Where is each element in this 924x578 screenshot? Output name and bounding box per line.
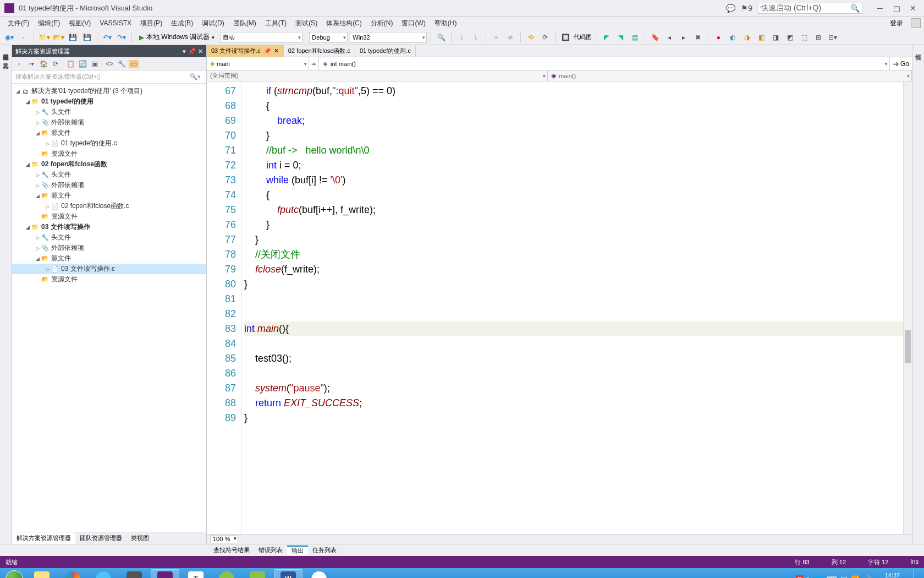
menu-item[interactable]: 项目(P) — [136, 19, 167, 27]
menu-item[interactable]: 生成(B) — [167, 19, 197, 27]
bottom-tab[interactable]: 任务列表 — [308, 546, 341, 554]
misc5-icon[interactable]: ◨ — [769, 31, 782, 43]
sln-code-icon[interactable]: <> — [105, 60, 114, 68]
vertical-scrollbar[interactable] — [903, 81, 912, 534]
misc7-icon[interactable]: ⬚ — [798, 31, 810, 43]
go-button[interactable]: ➜Go — [890, 57, 912, 70]
nav-fwd-button[interactable]: ◦ — [18, 31, 30, 43]
tree-row[interactable]: ◢📂源文件 — [12, 253, 206, 264]
bookmark-clear-icon[interactable]: ✖ — [692, 31, 704, 43]
server-explorer-tab[interactable]: 服务器资源管理器 — [0, 45, 12, 54]
sln-refresh-icon[interactable]: ⟳ — [51, 60, 61, 68]
sln-tab-team[interactable]: 团队资源管理器 — [75, 532, 127, 544]
indent-icon[interactable]: ▤ — [629, 31, 641, 43]
feedback-icon[interactable]: 💬 — [726, 4, 735, 13]
tree-row[interactable]: 📂资源文件 — [12, 274, 206, 285]
tray-clock[interactable]: 14:37 2019/12/22 — [877, 572, 908, 578]
file-tab[interactable]: 03 文件读写操作.c📌✕ — [207, 45, 284, 57]
task-app2[interactable] — [305, 569, 333, 578]
sln-collapse-icon[interactable]: ▣ — [90, 60, 100, 68]
tree-row[interactable]: ▷📄01 typedef的使用.c — [12, 138, 206, 149]
tree-row[interactable]: ▷🔧头文件 — [12, 232, 206, 243]
tree-row[interactable]: ◢📂源文件 — [12, 128, 206, 138]
tray-up-icon[interactable]: ▲ — [786, 575, 793, 579]
toolbox-tab[interactable]: 工具箱 — [0, 54, 12, 63]
user-avatar[interactable] — [911, 18, 921, 28]
tray-shield-icon[interactable]: 🛡 — [840, 575, 848, 579]
menu-item[interactable]: 窗口(W) — [397, 19, 430, 27]
tray-input-icon[interactable]: 🌐 — [815, 575, 823, 579]
minimize-button[interactable]: ─ — [873, 4, 887, 13]
bottom-tab[interactable]: 错误列表 — [254, 546, 287, 554]
menu-item[interactable]: 工具(T) — [261, 19, 291, 27]
panel-pin-icon[interactable]: 📌 — [188, 48, 196, 55]
menu-item[interactable]: 帮助(H) — [430, 19, 461, 27]
close-button[interactable]: ✕ — [906, 4, 920, 13]
menu-item[interactable]: 团队(M) — [229, 19, 261, 27]
sln-tab-class[interactable]: 类视图 — [127, 532, 153, 544]
new-project-button[interactable]: 📁▾ — [38, 31, 50, 43]
sln-fwd-icon[interactable]: ◦▾ — [26, 60, 36, 68]
sln-home-icon[interactable]: 🏠 — [38, 60, 48, 68]
sln-showall-icon[interactable]: 📋 — [65, 60, 75, 68]
code-content[interactable]: if (strncmp(buf,":quit",5) == 0) { break… — [242, 81, 903, 534]
codemap-icon[interactable]: 🔲 — [559, 31, 571, 43]
tree-row[interactable]: ▷📄03 文件读写操作.c — [12, 264, 206, 274]
panel-close-icon[interactable]: ✕ — [198, 48, 203, 55]
tree-row[interactable]: ◢📁01 typedef的使用 — [12, 96, 206, 107]
start-debug-button[interactable]: ▶ 本地 Windows 调试器 ▾ — [136, 31, 218, 43]
open-button[interactable]: 📂▾ — [52, 31, 64, 43]
maximize-button[interactable]: ▢ — [890, 4, 903, 13]
toggle-icon[interactable]: ⟲ — [525, 31, 537, 43]
misc1-icon[interactable]: ● — [712, 31, 724, 43]
config-debug-dropdown[interactable]: Debug — [309, 32, 348, 43]
solution-search-input[interactable]: 搜索解决方案资源管理器(Ctrl+;) 🔍▾ — [12, 70, 206, 84]
bottom-tab[interactable]: 查找符号结果 — [209, 546, 254, 554]
nav-back-button[interactable]: ◉▾ — [3, 31, 15, 43]
quick-launch-input[interactable]: 快速启动 (Ctrl+Q) 🔍 — [758, 3, 862, 14]
misc3-icon[interactable]: ◑ — [741, 31, 753, 43]
tree-row[interactable]: ◢📂源文件 — [12, 190, 206, 201]
tree-row[interactable]: 📂资源文件 — [12, 149, 206, 159]
step-into-icon[interactable]: ⤹ — [470, 31, 482, 43]
tree-row[interactable]: ▷📎外部依赖项 — [12, 117, 206, 128]
indent-more-icon[interactable]: ◥ — [614, 31, 626, 43]
uncomment-icon[interactable]: ≢ — [504, 31, 516, 43]
bookmark-prev-icon[interactable]: ◂ — [663, 31, 675, 43]
misc8-icon[interactable]: ⊞ — [812, 31, 824, 43]
sln-sync-icon[interactable]: 🔄 — [78, 60, 87, 68]
menu-item[interactable]: 测试(S) — [291, 19, 322, 27]
misc2-icon[interactable]: ◐ — [727, 31, 739, 43]
comment-icon[interactable]: ≡ — [490, 31, 502, 43]
task-chrome[interactable] — [58, 569, 87, 578]
task-explorer[interactable] — [28, 569, 56, 578]
config-platform-dropdown[interactable]: Win32 — [350, 32, 427, 43]
tray-net-icon[interactable]: 📶 — [851, 575, 860, 579]
menu-item[interactable]: VASSISTX — [95, 19, 136, 27]
tray-kb-icon[interactable]: ⌨ — [827, 575, 837, 579]
step-over-icon[interactable]: ⤵ — [455, 31, 468, 43]
save-button[interactable]: 💾 — [67, 31, 79, 43]
task-app1[interactable] — [89, 569, 118, 578]
config-auto-dropdown[interactable]: 自动 — [220, 32, 302, 43]
misc9-icon[interactable]: ⊟▾ — [827, 31, 839, 43]
start-button[interactable] — [2, 569, 26, 578]
menu-item[interactable]: 视图(V) — [64, 19, 95, 27]
nav-split-icon[interactable]: ◂▸ — [309, 57, 319, 70]
toggle2-icon[interactable]: ⟳ — [539, 31, 551, 43]
sln-preview-icon[interactable]: ▭ — [129, 60, 139, 68]
tree-row[interactable]: ▷🔧头文件 — [12, 170, 206, 180]
flag-icon[interactable]: ⚑9 — [741, 4, 752, 13]
scroll-thumb[interactable] — [905, 330, 911, 363]
task-word[interactable]: W — [274, 569, 302, 578]
indent-less-icon[interactable]: ◤ — [600, 31, 612, 43]
misc4-icon[interactable]: ◧ — [755, 31, 767, 43]
show-desktop-button[interactable] — [913, 569, 917, 578]
tree-row[interactable]: ◢📁02 fopen和fclose函数 — [12, 159, 206, 170]
login-link[interactable]: 登录 — [890, 19, 908, 28]
menu-item[interactable]: 调试(D) — [197, 19, 229, 27]
nav-scope-dropdown[interactable]: ◈main — [207, 57, 309, 70]
redo-button[interactable]: ↷▾ — [116, 31, 128, 43]
bookmark-next-icon[interactable]: ▸ — [678, 31, 690, 43]
tray-punct-icon[interactable]: °, — [806, 575, 811, 579]
